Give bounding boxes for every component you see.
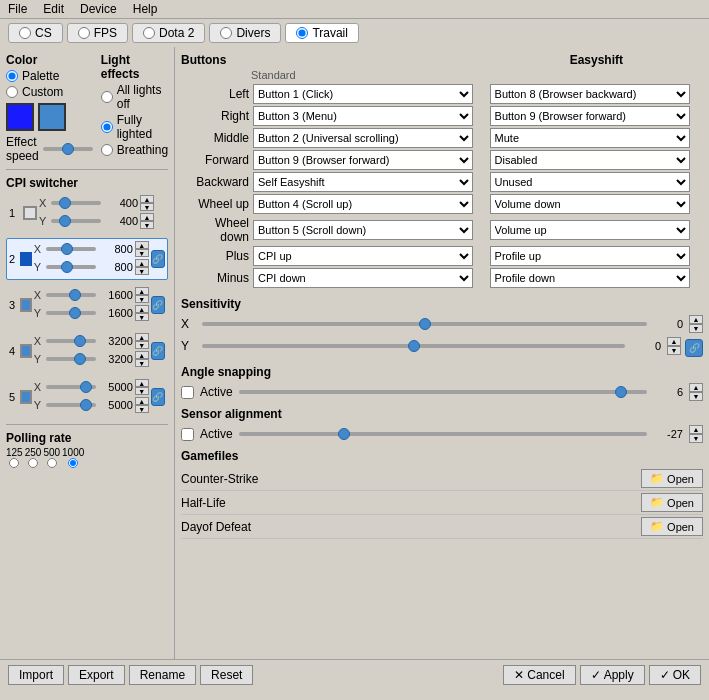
cpi-x-slider-5[interactable]: [46, 385, 96, 389]
cpi-x-down-3[interactable]: ▼: [135, 295, 149, 303]
cpi-y-down-1[interactable]: ▼: [140, 221, 154, 229]
btn-forward-easyshift[interactable]: Disabled: [490, 150, 690, 170]
tab-dota2-radio[interactable]: [143, 27, 155, 39]
cpi-y-up-1[interactable]: ▲: [140, 213, 154, 221]
btn-wheeldown-easyshift[interactable]: Volume up: [490, 220, 690, 240]
polling-500-radio[interactable]: [47, 458, 57, 468]
open-cs-button[interactable]: 📁 Open: [641, 469, 703, 488]
reset-button[interactable]: Reset: [200, 665, 253, 685]
btn-backward-easyshift[interactable]: Unused: [490, 172, 690, 192]
cpi-y-up-4[interactable]: ▲: [135, 351, 149, 359]
cpi-y-up-3[interactable]: ▲: [135, 305, 149, 313]
rename-button[interactable]: Rename: [129, 665, 196, 685]
btn-minus-easyshift[interactable]: Profile down: [490, 268, 690, 288]
btn-middle-standard[interactable]: Button 2 (Universal scrolling): [253, 128, 473, 148]
cpi-y-slider-5[interactable]: [46, 403, 96, 407]
cpi-x-slider-4[interactable]: [46, 339, 96, 343]
cpi-y-slider-2[interactable]: [46, 265, 96, 269]
cpi-x-slider-3[interactable]: [46, 293, 96, 297]
cpi-y-up-5[interactable]: ▲: [135, 397, 149, 405]
btn-forward-standard[interactable]: Button 9 (Browser forward): [253, 150, 473, 170]
cpi-x-up-4[interactable]: ▲: [135, 333, 149, 341]
btn-plus-easyshift[interactable]: Profile up: [490, 246, 690, 266]
polling-1000-radio[interactable]: [68, 458, 78, 468]
sens-y-slider[interactable]: [202, 344, 625, 348]
angle-up[interactable]: ▲: [689, 383, 703, 392]
angle-active-checkbox[interactable]: [181, 386, 194, 399]
btn-wheelup-easyshift[interactable]: Volume down: [490, 194, 690, 214]
tab-fps-radio[interactable]: [78, 27, 90, 39]
cpi-x-up-2[interactable]: ▲: [135, 241, 149, 249]
cpi-x-up-1[interactable]: ▲: [140, 195, 154, 203]
color-swatch-secondary[interactable]: [38, 103, 66, 131]
angle-down[interactable]: ▼: [689, 392, 703, 401]
all-lights-off-radio[interactable]: [101, 91, 113, 103]
btn-middle-easyshift[interactable]: Mute: [490, 128, 690, 148]
sensor-up[interactable]: ▲: [689, 425, 703, 434]
cpi-x-down-4[interactable]: ▼: [135, 341, 149, 349]
tab-cs-radio[interactable]: [19, 27, 31, 39]
cpi-y-down-4[interactable]: ▼: [135, 359, 149, 367]
sens-x-down[interactable]: ▼: [689, 324, 703, 333]
tab-divers[interactable]: Divers: [209, 23, 281, 43]
btn-right-easyshift[interactable]: Button 9 (Browser forward): [490, 106, 690, 126]
cpi-x-slider-2[interactable]: [46, 247, 96, 251]
palette-radio[interactable]: [6, 70, 18, 82]
cpi-link-2[interactable]: 🔗: [151, 250, 165, 268]
import-button[interactable]: Import: [8, 665, 64, 685]
cpi-link-4[interactable]: 🔗: [151, 342, 165, 360]
tab-travail[interactable]: Travail: [285, 23, 359, 43]
menu-help[interactable]: Help: [133, 2, 158, 16]
cpi-x-up-3[interactable]: ▲: [135, 287, 149, 295]
cancel-button[interactable]: ✕ Cancel: [503, 665, 575, 685]
cpi-y-up-2[interactable]: ▲: [135, 259, 149, 267]
custom-radio[interactable]: [6, 86, 18, 98]
tab-fps[interactable]: FPS: [67, 23, 128, 43]
cpi-y-slider-4[interactable]: [46, 357, 96, 361]
menu-edit[interactable]: Edit: [43, 2, 64, 16]
cpi-y-slider-1[interactable]: [51, 219, 101, 223]
polling-250-radio[interactable]: [28, 458, 38, 468]
cpi-y-down-3[interactable]: ▼: [135, 313, 149, 321]
btn-plus-standard[interactable]: CPI up: [253, 246, 473, 266]
effect-speed-slider[interactable]: [43, 147, 93, 151]
fully-lighted-radio[interactable]: [101, 121, 113, 133]
menu-file[interactable]: File: [8, 2, 27, 16]
tab-cs[interactable]: CS: [8, 23, 63, 43]
cpi-y-down-5[interactable]: ▼: [135, 405, 149, 413]
btn-backward-standard[interactable]: Self Easyshift: [253, 172, 473, 192]
angle-slider[interactable]: [239, 390, 647, 394]
sensor-active-checkbox[interactable]: [181, 428, 194, 441]
sens-y-down[interactable]: ▼: [667, 346, 681, 355]
tab-travail-radio[interactable]: [296, 27, 308, 39]
ok-button[interactable]: ✓ OK: [649, 665, 701, 685]
sens-y-up[interactable]: ▲: [667, 337, 681, 346]
btn-wheelup-standard[interactable]: Button 4 (Scroll up): [253, 194, 473, 214]
polling-125-radio[interactable]: [9, 458, 19, 468]
sensor-down[interactable]: ▼: [689, 434, 703, 443]
cpi-x-down-2[interactable]: ▼: [135, 249, 149, 257]
btn-minus-standard[interactable]: CPI down: [253, 268, 473, 288]
cpi-x-up-5[interactable]: ▲: [135, 379, 149, 387]
cpi-y-slider-3[interactable]: [46, 311, 96, 315]
sensitivity-lock[interactable]: 🔗: [685, 339, 703, 357]
cpi-link-3[interactable]: 🔗: [151, 296, 165, 314]
btn-wheeldown-standard[interactable]: Button 5 (Scroll down): [253, 220, 473, 240]
cpi-x-down-1[interactable]: ▼: [140, 203, 154, 211]
btn-left-easyshift[interactable]: Button 8 (Browser backward): [490, 84, 690, 104]
open-dod-button[interactable]: 📁 Open: [641, 517, 703, 536]
cpi-x-down-5[interactable]: ▼: [135, 387, 149, 395]
color-swatch-primary[interactable]: [6, 103, 34, 131]
sens-x-up[interactable]: ▲: [689, 315, 703, 324]
cpi-y-down-2[interactable]: ▼: [135, 267, 149, 275]
apply-button[interactable]: ✓ Apply: [580, 665, 645, 685]
tab-dota2[interactable]: Dota 2: [132, 23, 205, 43]
sensor-slider[interactable]: [239, 432, 647, 436]
btn-left-standard[interactable]: Button 1 (Click): [253, 84, 473, 104]
btn-right-standard[interactable]: Button 3 (Menu): [253, 106, 473, 126]
export-button[interactable]: Export: [68, 665, 125, 685]
cpi-x-slider-1[interactable]: [51, 201, 101, 205]
menu-device[interactable]: Device: [80, 2, 117, 16]
breathing-radio[interactable]: [101, 144, 113, 156]
tab-divers-radio[interactable]: [220, 27, 232, 39]
